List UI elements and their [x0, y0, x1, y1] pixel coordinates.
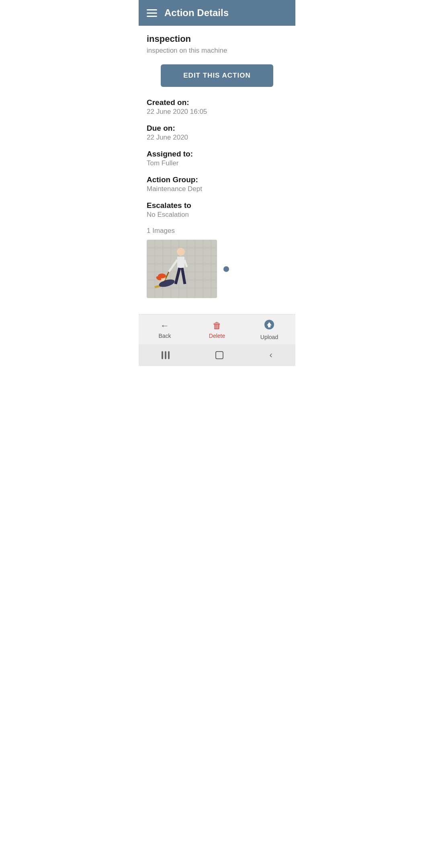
action-title: inspection: [147, 34, 287, 44]
edit-action-button[interactable]: EDIT THIS ACTION: [161, 64, 273, 87]
system-navigation: ‹: [139, 344, 295, 366]
escalates-to-value: No Escalation: [147, 211, 287, 219]
action-group-value: Maintenance Dept: [147, 185, 287, 193]
created-on-section: Created on: 22 June 2020 16:05: [147, 98, 287, 116]
created-on-value: 22 June 2020 16:05: [147, 108, 287, 116]
delete-label: Delete: [209, 333, 225, 339]
system-back-icon[interactable]: ‹: [270, 350, 272, 360]
system-recent-icon[interactable]: [162, 351, 170, 359]
main-content: inspection inspection on this machine ED…: [139, 26, 295, 314]
images-count: 1 Images: [147, 227, 287, 235]
due-on-section: Due on: 22 June 2020: [147, 124, 287, 142]
bottom-navigation: ← Back 🗑 Delete Upload: [139, 314, 295, 344]
back-nav-item[interactable]: ← Back: [149, 321, 181, 339]
upload-label: Upload: [260, 334, 278, 340]
app-header: Action Details: [139, 0, 295, 26]
delete-icon: 🗑: [213, 321, 221, 331]
upload-nav-item[interactable]: Upload: [253, 319, 285, 340]
image-indicator: [223, 266, 229, 272]
system-home-icon[interactable]: [215, 351, 223, 359]
svg-rect-16: [177, 257, 184, 268]
images-container: [147, 240, 287, 298]
action-subtitle: inspection on this machine: [147, 47, 287, 55]
created-on-label: Created on:: [147, 98, 287, 107]
back-label: Back: [158, 333, 171, 339]
page-title: Action Details: [164, 7, 229, 19]
image-thumbnail[interactable]: [147, 240, 217, 298]
due-on-value: 22 June 2020: [147, 134, 287, 142]
action-group-label: Action Group:: [147, 175, 287, 184]
assigned-to-section: Assigned to: Tom Fuller: [147, 150, 287, 167]
delete-nav-item[interactable]: 🗑 Delete: [201, 321, 233, 339]
svg-point-15: [177, 248, 185, 256]
upload-icon: [264, 319, 274, 332]
escalates-to-section: Escalates to No Escalation: [147, 201, 287, 219]
images-section: 1 Images: [147, 227, 287, 298]
assigned-to-value: Tom Fuller: [147, 159, 287, 167]
action-group-section: Action Group: Maintenance Dept: [147, 175, 287, 193]
hamburger-menu-icon[interactable]: [147, 9, 157, 17]
assigned-to-label: Assigned to:: [147, 150, 287, 158]
escalates-to-label: Escalates to: [147, 201, 287, 210]
due-on-label: Due on:: [147, 124, 287, 133]
back-icon: ←: [160, 321, 169, 331]
